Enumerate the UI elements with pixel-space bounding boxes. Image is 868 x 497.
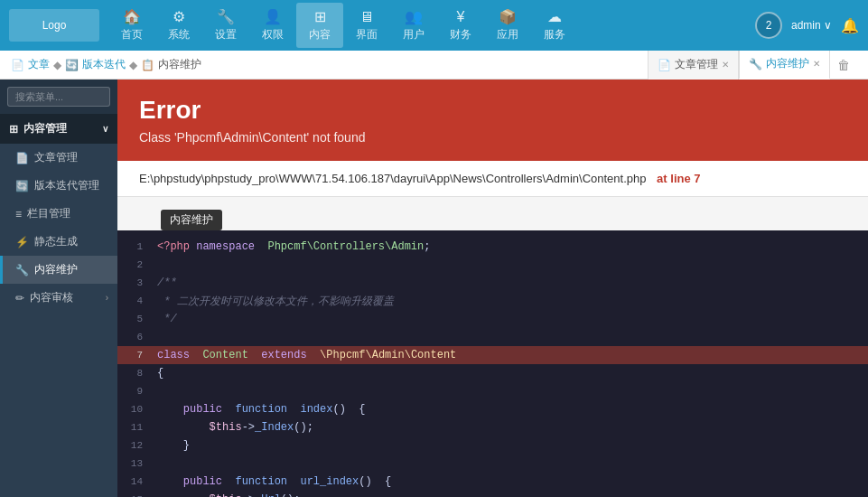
breadcrumb-sep1: ◆ [53,59,61,71]
breadcrumb-sep2: ◆ [129,59,137,71]
error-message: Class 'Phpcmf\Admin\Content' not found [139,130,846,145]
finance-icon: ¥ [457,9,465,25]
code-line-7: 7 class Content extends \Phpcmf\Admin\Co… [117,346,868,364]
ui-icon: 🖥 [359,9,374,25]
nav-item-apps[interactable]: 📦 应用 [484,3,531,48]
topbar-nav: 🏠 首页 ⚙ 系统 🔧 设置 👤 权限 ⊞ 内容 🖥 界面 👥 用户 ¥ [108,3,755,48]
nav-item-ui[interactable]: 🖥 界面 [343,4,390,48]
sidebar-item-article[interactable]: 📄 文章管理 [0,144,117,172]
code-line-10: 10 public function index() { [117,400,868,418]
version-icon: 🔄 [15,180,29,192]
breadcrumb: 📄 文章 ◆ 🔄 版本迭代 ◆ 📋 内容维护 [11,57,201,72]
nav-item-finance[interactable]: ¥ 财务 [437,4,484,48]
search-box [0,80,117,114]
notification-bell-icon[interactable]: 🔔 [841,17,859,34]
file-path-bar: E:\phpstudy\phpstudy_pro\WWW\71.54.106.1… [117,161,868,197]
topbar: Logo 🏠 首页 ⚙ 系统 🔧 设置 👤 权限 ⊞ 内容 🖥 界面 👥 用户 [0,0,868,51]
chevron-down-icon: ∨ [102,124,108,134]
maintenance-icon: 🔧 [15,264,29,277]
code-line-6: 6 [117,328,868,346]
sidebar-item-maintenance[interactable]: 🔧 内容维护 [0,256,117,284]
sidebar-group-header[interactable]: ⊞ 内容管理 ∨ [0,114,117,144]
breadcrumb-doc-icon: 📋 [141,59,154,71]
tab-content-close-icon[interactable]: ✕ [813,59,820,69]
file-path-text: E:\phpstudy\phpstudy_pro\WWW\71.54.106.1… [139,172,646,185]
nav-item-permissions[interactable]: 👤 权限 [249,3,296,48]
breadcrumb-version-icon: 🔄 [65,59,79,71]
admin-label[interactable]: admin ∨ [791,19,832,32]
users-icon: 👥 [405,8,423,25]
main-layout: ⊞ 内容管理 ∨ 📄 文章管理 🔄 版本迭代管理 ≡ 栏目管理 ⚡ 静态生成 🔧… [0,80,868,497]
services-icon: ☁ [547,8,562,25]
trash-icon[interactable]: 🗑 [830,58,857,72]
nav-item-system[interactable]: ⚙ 系统 [155,3,202,48]
tab-article-icon: 📄 [658,59,671,71]
home-icon: 🏠 [123,8,141,25]
search-input[interactable] [7,87,110,107]
tab-article-close-icon[interactable]: ✕ [722,60,729,70]
code-line-14: 14 public function url_index() { [117,473,868,491]
code-line-5: 5 */ [117,310,868,328]
nav-item-content[interactable]: ⊞ 内容 [296,3,343,48]
tab-bar: 📄 文章管理 ✕ 🔧 内容维护 ✕ 🗑 [648,51,857,80]
nav-item-services[interactable]: ☁ 服务 [531,3,578,48]
code-line-4: 4 * 二次开发时可以修改本文件，不影响升级覆盖 [117,292,868,310]
article-icon: 📄 [15,152,29,164]
code-block[interactable]: 1 <?php namespace Phpcmf\Controllers\Adm… [117,230,868,497]
topbar-right: 2 admin ∨ 🔔 [755,12,859,39]
tooltip-bubble: 内容维护 [161,210,222,230]
code-line-12: 12 } [117,436,868,455]
settings-icon: 🔧 [217,8,235,25]
sidebar-item-static[interactable]: ⚡ 静态生成 [0,228,117,256]
sidebar-item-audit[interactable]: ✏ 内容审核 › [0,284,117,312]
sidebar-item-version[interactable]: 🔄 版本迭代管理 [0,172,117,200]
line-number-text: at line 7 [657,172,700,185]
permissions-icon: 👤 [264,8,282,25]
breadcrumb-wrapper: 📄 文章 ◆ 🔄 版本迭代 ◆ 📋 内容维护 📄 文章管理 ✕ 🔧 内容维护 ✕… [0,51,868,80]
system-icon: ⚙ [173,8,185,25]
avatar: 2 [755,12,782,39]
breadcrumb-icon: 📄 [11,59,24,71]
nav-item-users[interactable]: 👥 用户 [390,3,437,48]
static-icon: ⚡ [15,236,29,248]
tab-content-maintenance[interactable]: 🔧 内容维护 ✕ [739,51,830,80]
code-line-2: 2 [117,256,868,274]
grid-icon: ⊞ [9,123,18,136]
apps-icon: 📦 [499,8,517,25]
code-line-15: 15 $this->_Url(); [117,491,868,497]
sidebar-item-column[interactable]: ≡ 栏目管理 [0,200,117,228]
error-title: Error [139,96,846,125]
code-line-8: 8 { [117,364,868,382]
code-line-13: 13 [117,455,868,473]
nav-item-settings[interactable]: 🔧 设置 [202,3,249,48]
tab-content-icon: 🔧 [749,58,762,70]
audit-icon: ✏ [15,292,24,305]
column-icon: ≡ [15,208,22,220]
tab-article-management[interactable]: 📄 文章管理 ✕ [648,51,739,80]
code-line-3: 3 /** [117,274,868,292]
nav-item-home[interactable]: 🏠 首页 [108,3,155,48]
tooltip-container: 内容维护 [117,197,868,230]
code-line-9: 9 [117,382,868,400]
error-panel: Error Class 'Phpcmf\Admin\Content' not f… [117,80,868,161]
sidebar: ⊞ 内容管理 ∨ 📄 文章管理 🔄 版本迭代管理 ≡ 栏目管理 ⚡ 静态生成 🔧… [0,80,117,497]
logo: Logo [9,9,99,42]
code-line-1: 1 <?php namespace Phpcmf\Controllers\Adm… [117,238,868,256]
content-area: Error Class 'Phpcmf\Admin\Content' not f… [117,80,868,497]
code-line-11: 11 $this->_Index(); [117,418,868,436]
content-icon: ⊞ [314,8,326,25]
audit-arrow-icon: › [106,293,108,303]
